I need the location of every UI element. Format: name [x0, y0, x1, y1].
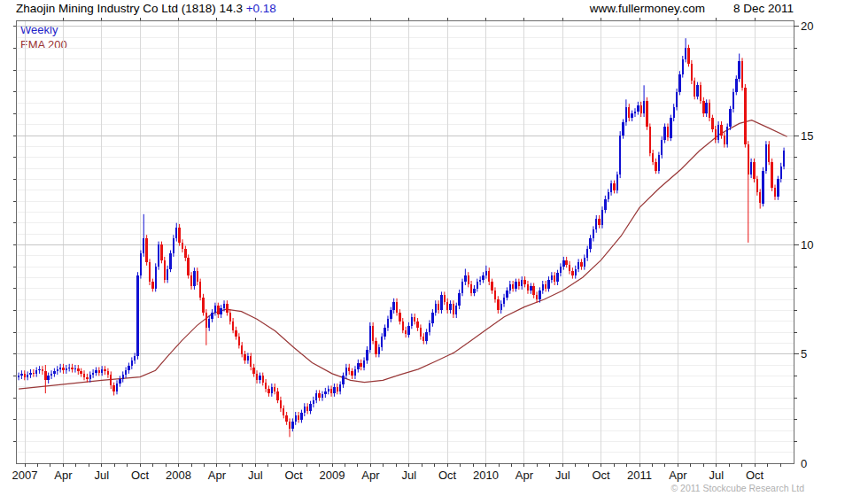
candle-up — [593, 229, 594, 238]
candle-up — [515, 282, 516, 288]
candle-up — [27, 375, 28, 377]
candle-up — [66, 368, 67, 371]
candle-down — [446, 302, 448, 311]
candle-down — [422, 337, 424, 341]
candle-up — [601, 210, 603, 225]
candle-down — [771, 162, 772, 189]
candle-down — [280, 400, 282, 409]
candle-down — [372, 326, 374, 341]
candle-down — [420, 328, 422, 337]
candle-down — [226, 304, 228, 313]
x-axis-label: Oct — [131, 469, 150, 482]
candle-down — [375, 341, 376, 354]
x-axis-label: Jul — [401, 469, 416, 482]
candle-down — [768, 144, 770, 162]
candle-down — [289, 422, 291, 428]
candle-up — [729, 109, 731, 127]
candle-up — [140, 253, 142, 275]
candle-down — [107, 371, 109, 375]
candle-down — [199, 282, 201, 297]
candle-up — [586, 249, 588, 258]
candle-up — [595, 219, 597, 229]
candle-down — [241, 345, 243, 354]
candle-down — [318, 393, 320, 398]
candle-up — [777, 179, 779, 197]
candle-down — [80, 371, 81, 374]
candle-up — [101, 369, 103, 373]
candle-down — [285, 415, 287, 422]
candle-down — [667, 127, 669, 137]
candle-up — [705, 103, 707, 113]
candle-up — [143, 238, 144, 253]
plot-border — [16, 20, 794, 463]
candle-up — [479, 280, 481, 283]
candle-down — [694, 81, 695, 96]
x-axis-label: 2009 — [320, 469, 345, 482]
candle-down — [256, 374, 258, 380]
candle-down — [360, 363, 361, 368]
candle-up — [309, 404, 311, 410]
candle-up — [369, 326, 371, 350]
candle-down — [182, 243, 183, 249]
candle-up — [322, 394, 323, 398]
candle-up — [387, 319, 389, 328]
candle-down — [42, 369, 43, 372]
candle-down — [655, 162, 656, 171]
candle-up — [634, 112, 636, 113]
candle-up — [726, 127, 728, 144]
y-axis-label: 5 — [801, 347, 807, 360]
candle-down — [414, 317, 415, 322]
candle-up — [780, 167, 782, 180]
candle-up — [449, 304, 451, 310]
candle-up — [214, 306, 216, 312]
candle-up — [661, 140, 663, 155]
candle-up — [551, 275, 553, 280]
candle-down — [700, 85, 701, 100]
x-axis-label: Oct — [746, 469, 764, 482]
candle-up — [610, 183, 612, 192]
candle-up — [482, 275, 484, 280]
candle-down — [178, 228, 180, 243]
candle-down — [691, 64, 693, 81]
x-axis-label: Jul — [709, 469, 724, 482]
candle-up — [631, 113, 632, 118]
candle-down — [232, 322, 234, 330]
candle-down — [720, 125, 722, 136]
candle-up — [604, 199, 606, 210]
candle-down — [702, 101, 704, 114]
candle-down — [565, 260, 567, 265]
candle-up — [68, 368, 70, 368]
candle-up — [637, 105, 639, 112]
candle-up — [363, 360, 365, 367]
candle-down — [306, 407, 308, 411]
candle-down — [628, 107, 630, 118]
candle-up — [136, 275, 138, 356]
candle-down — [274, 387, 275, 391]
x-axis-label: Apr — [208, 469, 227, 482]
candle-down — [545, 284, 546, 289]
candle-down — [83, 374, 85, 377]
candle-down — [267, 389, 269, 393]
x-axis-label: 2008 — [166, 469, 191, 482]
candle-down — [44, 371, 46, 380]
candle-up — [333, 387, 335, 393]
candle-up — [211, 313, 213, 319]
candle-down — [416, 322, 418, 328]
candle-down — [687, 48, 689, 63]
candle-down — [598, 219, 600, 225]
candle-up — [193, 271, 195, 286]
candle-up — [503, 298, 505, 304]
candle-down — [497, 299, 499, 310]
candle-down — [283, 408, 284, 415]
candle-down — [405, 330, 407, 335]
candle-up — [500, 304, 502, 310]
y-axis-label: 15 — [801, 129, 813, 143]
candle-down — [402, 322, 404, 330]
candle-up — [735, 79, 737, 92]
candle-up — [464, 275, 466, 282]
candle-down — [523, 280, 525, 284]
candle-down — [164, 260, 166, 280]
candle-up — [750, 162, 752, 175]
candle-down — [330, 389, 332, 393]
candle-down — [110, 375, 112, 385]
